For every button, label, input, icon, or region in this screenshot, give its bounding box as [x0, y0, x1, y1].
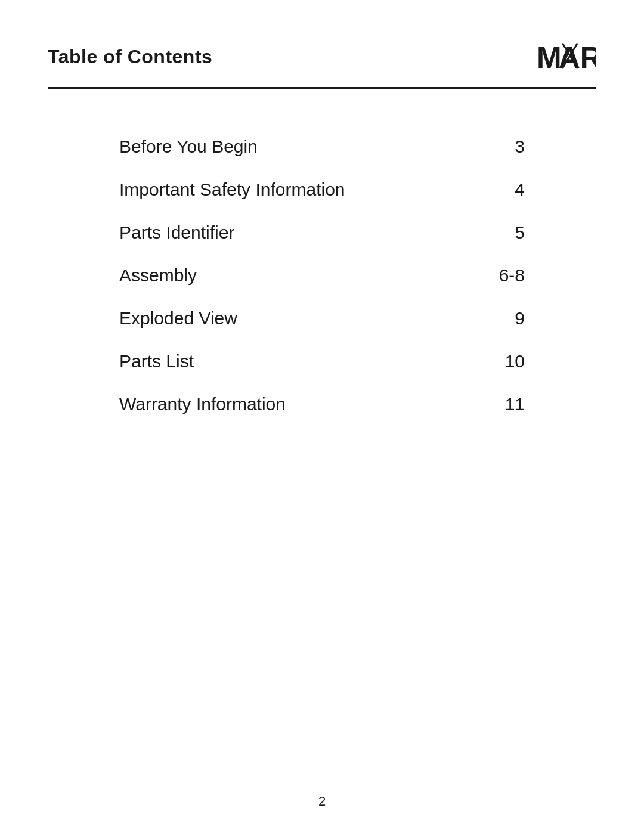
toc-item-page-4: 6-8 — [489, 265, 525, 286]
toc-row-3: Parts Identifier 5 — [119, 222, 525, 243]
svg-text:M: M — [537, 41, 562, 75]
logo: M ARK — [537, 36, 596, 78]
header-divider — [48, 87, 596, 89]
toc-item-page-5: 9 — [489, 308, 525, 329]
header: Table of Contents M ARK — [48, 36, 596, 85]
toc-row-1: Before You Begin 3 — [119, 137, 525, 157]
toc-item-page-1: 3 — [489, 137, 525, 157]
toc-item-page-2: 4 — [489, 179, 525, 200]
toc-item-label-3: Parts Identifier — [119, 222, 234, 243]
toc-row-6: Parts List 10 — [119, 351, 525, 371]
page-number: 2 — [318, 794, 326, 809]
toc-row-5: Exploded View 9 — [119, 308, 525, 329]
toc-item-page-7: 11 — [489, 394, 525, 414]
toc-row-4: Assembly 6-8 — [119, 265, 525, 286]
toc-item-page-6: 10 — [489, 351, 525, 371]
toc-item-label-7: Warranty Information — [119, 394, 286, 414]
toc-row-7: Warranty Information 11 — [119, 394, 525, 414]
toc-item-label-1: Before You Begin — [119, 137, 258, 157]
toc-item-label-4: Assembly — [119, 265, 197, 286]
toc-item-label-6: Parts List — [119, 351, 194, 371]
toc-item-page-3: 5 — [489, 222, 525, 243]
page: Table of Contents M ARK Before You Begin… — [0, 0, 644, 833]
page-title: Table of Contents — [48, 46, 212, 68]
toc-item-label-2: Important Safety Information — [119, 179, 345, 200]
toc-item-label-5: Exploded View — [119, 308, 237, 329]
mark-logo-icon: M ARK — [537, 36, 596, 78]
toc-content: Before You Begin 3 Important Safety Info… — [48, 137, 596, 414]
toc-row-2: Important Safety Information 4 — [119, 179, 525, 200]
